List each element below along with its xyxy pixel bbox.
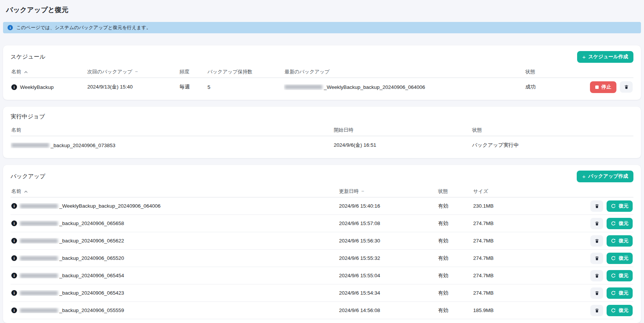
running-jobs-card-title: 実行中ジョブ xyxy=(11,113,45,120)
trash-icon xyxy=(594,238,599,244)
delete-backup-button[interactable] xyxy=(590,218,603,229)
backup-updated: 2024/9/6 15:55:32 xyxy=(338,255,437,261)
redacted-prefix xyxy=(20,308,58,313)
backup-size: 274.7MB xyxy=(472,273,529,278)
sort-none-icon: − xyxy=(135,69,138,75)
plus-icon: + xyxy=(582,54,586,60)
backup-status: 有効 xyxy=(437,255,472,262)
backup-size: 230.1MB xyxy=(472,203,529,209)
backup-size: 274.7MB xyxy=(472,255,529,261)
restore-button[interactable]: 復元 xyxy=(607,287,633,299)
backup-updated: 2024/9/6 15:57:08 xyxy=(338,221,437,226)
column-header-status: 状態 xyxy=(471,127,633,134)
backup-row: i _backup_20240906_065423 2024/9/6 15:54… xyxy=(11,284,633,302)
backup-restore-page: バックアップと復元 i このページでは、システムのバックアップと復元を行えます。… xyxy=(0,0,644,323)
schedule-card: スケジュール + スケジュール作成 名前 次回のバックアップ − 頻度 バックア… xyxy=(3,45,641,100)
backup-status: 有効 xyxy=(437,272,472,279)
column-header-size: サイズ xyxy=(472,188,529,195)
info-icon[interactable]: i xyxy=(11,255,17,261)
redacted-prefix xyxy=(20,273,58,278)
plus-icon: + xyxy=(582,174,585,179)
info-banner: i このページでは、システムのバックアップと復元を行えます。 xyxy=(3,22,641,33)
info-icon[interactable]: i xyxy=(11,238,17,244)
backup-updated: 2024/9/6 15:56:30 xyxy=(338,238,437,244)
column-header-status: 状態 xyxy=(525,68,566,75)
running-jobs-card: 実行中ジョブ 名前 開始日時 状態 _backup_20240906_07385… xyxy=(3,107,641,158)
schedule-row: i WeeklyBackup 2024/9/13(金) 15:40 毎週 5 _… xyxy=(11,78,633,96)
restore-icon xyxy=(611,256,616,261)
create-schedule-button[interactable]: + スケジュール作成 xyxy=(577,51,633,63)
redacted-prefix xyxy=(11,143,49,148)
schedule-card-title: スケジュール xyxy=(11,53,45,61)
trash-icon xyxy=(594,203,599,209)
backup-size: 185.9MB xyxy=(472,307,529,313)
redacted-prefix xyxy=(20,256,58,261)
backup-updated: 2024/9/6 15:55:04 xyxy=(338,273,437,278)
running-job-status: バックアップ実行中 xyxy=(471,142,633,149)
backup-name: _WeeklyBackup_backup_20240906_064006 xyxy=(59,203,161,209)
info-icon[interactable]: i xyxy=(11,221,17,226)
backup-row: i _backup_20240906_065622 2024/9/6 15:56… xyxy=(11,232,633,250)
sort-asc-icon xyxy=(24,70,28,74)
column-header-updated[interactable]: 更新日時 − xyxy=(338,188,437,195)
trash-icon xyxy=(594,290,599,296)
restore-button[interactable]: 復元 xyxy=(607,305,633,316)
backup-row: i _backup_20240906_065658 2024/9/6 15:57… xyxy=(11,215,633,232)
column-header-name[interactable]: 名前 xyxy=(11,68,87,75)
schedule-latest-backup: _WeeklyBackup_backup_20240906_064006 xyxy=(324,84,425,90)
trash-icon xyxy=(594,221,599,226)
restore-icon xyxy=(611,273,616,278)
restore-button[interactable]: 復元 xyxy=(607,253,633,264)
delete-backup-button[interactable] xyxy=(590,305,603,316)
restore-button[interactable]: 復元 xyxy=(607,235,633,247)
schedule-next-backup: 2024/9/13(金) 15:40 xyxy=(87,84,179,90)
restore-icon xyxy=(611,221,616,226)
delete-backup-button[interactable] xyxy=(590,235,603,247)
schedule-retention: 5 xyxy=(207,84,284,90)
column-header-name[interactable]: 名前 xyxy=(11,188,338,195)
backup-status: 有効 xyxy=(437,203,472,210)
column-header-latest-backup: 最新のバックアップ xyxy=(284,68,525,75)
redacted-prefix xyxy=(20,221,58,226)
backup-status: 有効 xyxy=(437,307,472,314)
info-icon[interactable]: i xyxy=(11,273,17,278)
restore-button[interactable]: 復元 xyxy=(607,270,633,281)
delete-backup-button[interactable] xyxy=(590,253,603,264)
backup-row: i _WeeklyBackup_backup_20240906_064006 2… xyxy=(11,197,633,215)
delete-backup-button[interactable] xyxy=(590,270,603,281)
restore-icon xyxy=(611,203,616,209)
backup-name: _backup_20240906_065423 xyxy=(59,290,124,296)
backup-name: _backup_20240906_065454 xyxy=(59,273,124,278)
page-title: バックアップと復元 xyxy=(6,5,638,14)
restore-button[interactable]: 復元 xyxy=(607,200,633,212)
delete-backup-button[interactable] xyxy=(590,287,603,299)
schedule-frequency: 毎週 xyxy=(179,84,207,90)
delete-schedule-button[interactable] xyxy=(620,81,633,93)
column-header-name: 名前 xyxy=(11,127,333,134)
restore-button[interactable]: 復元 xyxy=(607,218,633,229)
column-header-start: 開始日時 xyxy=(333,127,471,134)
running-jobs-table-header: 名前 開始日時 状態 xyxy=(11,124,633,136)
info-icon[interactable]: i xyxy=(11,290,17,296)
backups-card-title: バックアップ xyxy=(11,173,45,180)
backup-status: 有効 xyxy=(437,238,472,244)
create-backup-button[interactable]: + バックアップ作成 xyxy=(577,171,633,182)
info-icon[interactable]: i xyxy=(11,203,17,209)
info-banner-text: このページでは、システムのバックアップと復元を行えます。 xyxy=(16,25,151,31)
info-icon[interactable]: i xyxy=(11,307,17,313)
schedule-table-header: 名前 次回のバックアップ − 頻度 バックアップ保持数 最新のバックアップ 状態 xyxy=(11,66,633,78)
backup-name: _backup_20240906_065658 xyxy=(59,221,124,226)
backup-row: i _backup_20240906_055559 2024/9/6 14:56… xyxy=(11,302,633,319)
info-icon[interactable]: i xyxy=(11,84,17,90)
running-job-start: 2024/9/6(金) 16:51 xyxy=(333,142,471,149)
delete-backup-button[interactable] xyxy=(590,200,603,212)
trash-icon xyxy=(624,84,629,90)
stop-schedule-button[interactable]: 停止 xyxy=(590,81,616,93)
backup-name: _backup_20240906_065520 xyxy=(59,255,124,261)
column-header-next-backup[interactable]: 次回のバックアップ − xyxy=(87,68,179,75)
backup-updated: 2024/9/6 14:56:08 xyxy=(338,307,437,313)
backup-updated: 2024/9/6 15:40:16 xyxy=(338,203,437,209)
backup-status: 有効 xyxy=(437,290,472,297)
backup-name: _backup_20240906_065622 xyxy=(59,238,124,244)
redacted-prefix xyxy=(20,204,58,208)
